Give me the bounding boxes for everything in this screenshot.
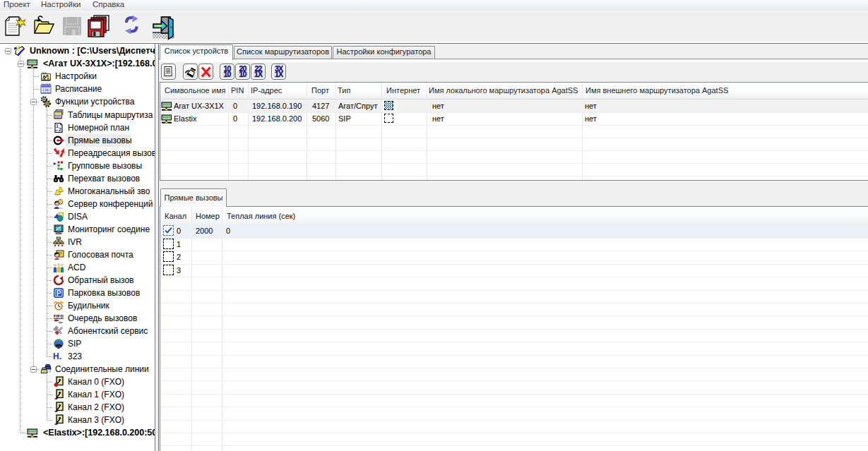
svg-text:10: 10	[239, 70, 246, 78]
svg-text:FIFO: FIFO	[54, 314, 64, 318]
svg-text:P: P	[57, 289, 61, 297]
svg-text:1X: 1X	[254, 70, 263, 78]
svg-text:10: 10	[223, 70, 231, 78]
svg-text:2: 2	[59, 127, 61, 132]
svg-text:1X: 1X	[275, 70, 283, 78]
